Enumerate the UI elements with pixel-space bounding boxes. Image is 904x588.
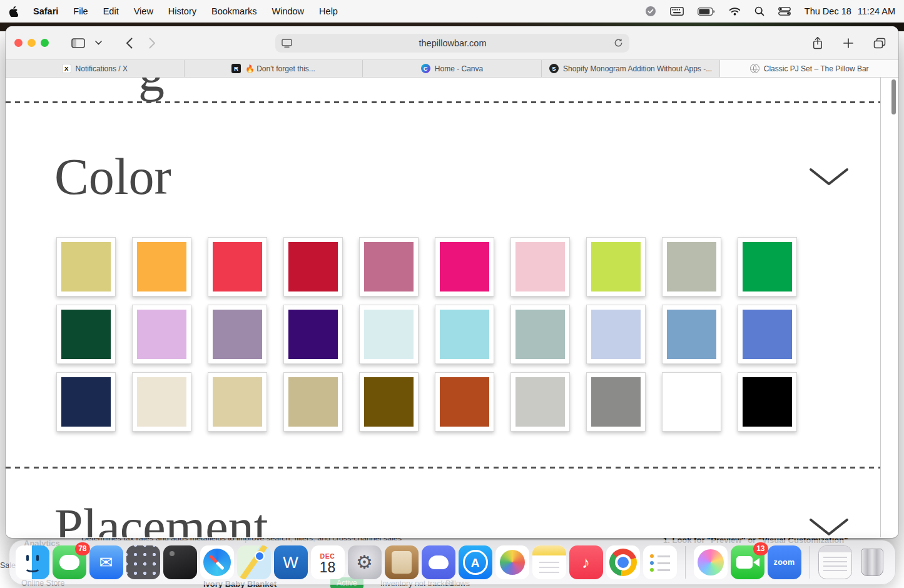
fullscreen-button[interactable] xyxy=(41,39,49,47)
dashed-divider xyxy=(6,101,881,103)
dock-safari[interactable] xyxy=(200,545,234,579)
menu-window[interactable]: Window xyxy=(272,6,305,16)
color-swatch[interactable] xyxy=(586,305,646,364)
color-swatch[interactable] xyxy=(208,372,267,432)
dock-launchpad[interactable] xyxy=(126,545,160,579)
dock-finder[interactable] xyxy=(16,545,49,579)
tab-don-t-forget-this[interactable]: R🔥 Don't forget this... xyxy=(185,60,363,77)
color-swatch[interactable] xyxy=(738,305,797,364)
menu-edit[interactable]: Edit xyxy=(103,6,119,16)
color-swatch[interactable] xyxy=(510,372,570,432)
menubar-clock[interactable]: Thu Dec 18 11:24 AM xyxy=(805,6,895,16)
dashed-divider xyxy=(6,467,881,469)
color-swatch[interactable] xyxy=(56,305,116,364)
dock-word[interactable]: W xyxy=(274,545,308,579)
swatch-color xyxy=(61,242,111,291)
wifi-icon[interactable] xyxy=(729,7,741,16)
sidebar-toggle-button[interactable] xyxy=(68,36,89,51)
scrollbar-thumb[interactable] xyxy=(891,79,896,114)
color-swatch[interactable] xyxy=(738,372,797,432)
calendar-day: 18 xyxy=(320,560,336,575)
dock-zoom[interactable]: zoom xyxy=(768,545,801,579)
tab-shopify-monogram-addition-without-apps[interactable]: SShopify Monogram Addition Without Apps … xyxy=(542,60,721,77)
dock-window[interactable] xyxy=(818,545,852,579)
color-swatch[interactable] xyxy=(359,372,419,432)
color-swatch[interactable] xyxy=(738,237,797,297)
menu-bookmarks[interactable]: Bookmarks xyxy=(211,6,257,16)
tab-notifications-x[interactable]: XNotifications / X xyxy=(6,60,185,77)
share-button[interactable] xyxy=(808,34,827,53)
color-swatch[interactable] xyxy=(586,372,646,432)
color-section-chevron-icon[interactable] xyxy=(808,166,850,190)
color-swatch[interactable] xyxy=(662,305,721,364)
dock-photos[interactable] xyxy=(495,545,529,579)
tab-overview-button[interactable] xyxy=(870,35,890,51)
color-swatch[interactable] xyxy=(586,237,646,297)
color-swatch[interactable] xyxy=(283,305,343,364)
placement-section-chevron-icon[interactable] xyxy=(808,517,850,537)
minimize-button[interactable] xyxy=(28,39,36,47)
dock-messages[interactable]: 78 xyxy=(53,545,86,579)
sidebar-chevron-icon[interactable] xyxy=(91,38,106,48)
dock-reminders[interactable] xyxy=(643,545,677,579)
color-swatch[interactable] xyxy=(56,237,116,297)
dock-chrome[interactable] xyxy=(606,545,640,579)
dock-trash[interactable] xyxy=(855,545,889,579)
color-swatch[interactable] xyxy=(132,305,191,364)
close-button[interactable] xyxy=(14,39,23,47)
dock-clips[interactable] xyxy=(694,545,728,579)
color-swatch[interactable] xyxy=(132,372,191,432)
address-bar[interactable]: thepillowbar.com xyxy=(275,34,629,53)
minimized-window-thumbnail xyxy=(818,545,852,579)
color-swatch[interactable] xyxy=(510,237,570,297)
dock-calendar[interactable]: DEC18 xyxy=(311,545,345,579)
dock-maps[interactable] xyxy=(237,545,271,579)
dock-music[interactable]: ♪ xyxy=(569,545,603,579)
color-swatch[interactable] xyxy=(208,305,267,364)
new-tab-button[interactable] xyxy=(840,36,857,51)
color-swatch[interactable] xyxy=(435,305,494,364)
dock-settings[interactable]: ⚙ xyxy=(348,545,382,579)
color-swatch[interactable] xyxy=(208,237,267,297)
reload-icon[interactable] xyxy=(614,38,623,48)
color-swatch[interactable] xyxy=(132,237,191,297)
tab-home-canva[interactable]: CHome - Canva xyxy=(363,60,542,77)
color-swatch[interactable] xyxy=(56,372,116,432)
reddit-favicon-icon: R xyxy=(231,64,241,73)
dock-notes[interactable] xyxy=(532,545,566,579)
dock-mail[interactable]: ✉ xyxy=(89,545,123,579)
color-swatch[interactable] xyxy=(510,305,570,364)
checkmark-menu-icon[interactable] xyxy=(645,6,656,17)
menu-view[interactable]: View xyxy=(134,6,153,16)
color-swatch[interactable] xyxy=(435,372,494,432)
keyboard-menu-icon[interactable] xyxy=(670,7,684,16)
control-center-icon[interactable] xyxy=(778,7,791,16)
menu-help[interactable]: Help xyxy=(319,6,338,16)
swatch-color xyxy=(288,310,338,359)
tab-classic-pj-set-the-pillow-bar[interactable]: Classic PJ Set – The Pillow Bar xyxy=(720,60,898,77)
dock-ink[interactable] xyxy=(163,545,197,579)
color-swatch[interactable] xyxy=(359,305,419,364)
color-swatch[interactable] xyxy=(662,372,721,432)
color-swatch[interactable] xyxy=(435,237,494,297)
color-swatch[interactable] xyxy=(283,237,343,297)
appstore-app-icon: A xyxy=(459,545,492,579)
color-swatch[interactable] xyxy=(662,237,721,297)
color-swatch[interactable] xyxy=(359,237,419,297)
dock-facetime[interactable]: 13 xyxy=(731,545,764,579)
apple-menu-icon[interactable] xyxy=(9,6,18,17)
website-settings-icon[interactable] xyxy=(282,39,292,48)
active-app-name[interactable]: Safari xyxy=(33,6,58,16)
zoom-label: zoom xyxy=(774,558,795,567)
menu-history[interactable]: History xyxy=(168,6,196,16)
swatch-color xyxy=(667,242,716,291)
battery-icon[interactable] xyxy=(698,8,715,16)
color-swatch[interactable] xyxy=(283,372,343,432)
spotlight-search-icon[interactable] xyxy=(754,6,764,16)
back-button[interactable] xyxy=(122,35,136,51)
dock-discord[interactable] xyxy=(422,545,455,579)
forward-button[interactable] xyxy=(145,35,160,51)
menu-file[interactable]: File xyxy=(73,6,88,16)
dock-notebook[interactable] xyxy=(385,545,419,579)
dock-appstore[interactable]: A xyxy=(459,545,492,579)
